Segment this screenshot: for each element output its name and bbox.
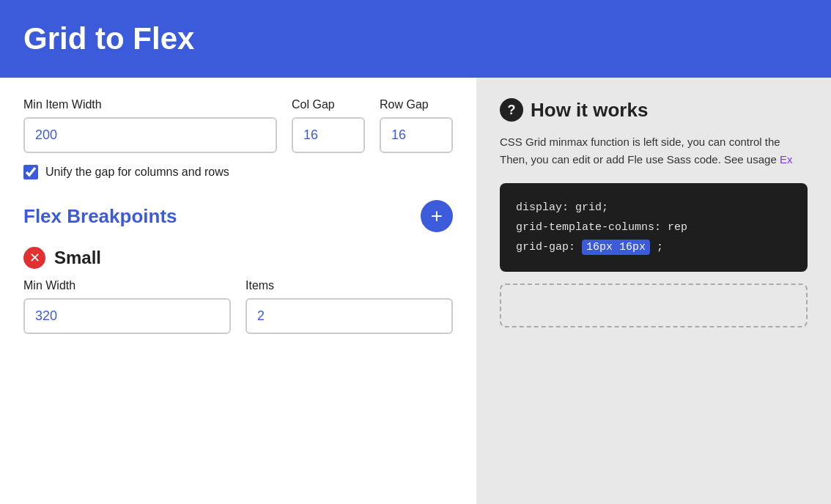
- breakpoint-small: ✕ Small Min Width Items: [23, 247, 453, 334]
- col-gap-group: Col Gap: [292, 98, 365, 153]
- header: Grid to Flex: [0, 0, 831, 78]
- flex-breakpoints-section-header: Flex Breakpoints +: [23, 200, 453, 232]
- how-it-works-text: CSS Grid minmax function is left side, y…: [500, 133, 808, 168]
- breakpoint-small-header: ✕ Small: [23, 247, 453, 269]
- main-layout: Min Item Width Col Gap Row Gap Unify the…: [0, 78, 831, 504]
- small-min-width-input[interactable]: [23, 298, 231, 334]
- breakpoint-small-name: Small: [54, 248, 101, 268]
- checkbox-row: Unify the gap for columns and rows: [23, 165, 453, 179]
- flex-breakpoints-title: Flex Breakpoints: [23, 205, 177, 228]
- small-min-width-label: Min Width: [23, 279, 231, 292]
- min-item-width-label: Min Item Width: [23, 98, 277, 111]
- col-gap-label: Col Gap: [292, 98, 365, 111]
- small-min-width-group: Min Width: [23, 279, 231, 334]
- row-gap-input[interactable]: [380, 117, 453, 153]
- min-item-width-input[interactable]: [23, 117, 277, 153]
- row-gap-group: Row Gap: [380, 98, 453, 153]
- dashed-preview-box: [500, 284, 808, 327]
- small-items-input[interactable]: [245, 298, 453, 334]
- remove-small-button[interactable]: ✕: [23, 247, 45, 269]
- breakpoint-small-fields: Min Width Items: [23, 279, 453, 334]
- question-icon: ?: [500, 98, 523, 122]
- min-item-width-group: Min Item Width: [23, 98, 277, 153]
- row-gap-label: Row Gap: [380, 98, 453, 111]
- code-block: display: grid; grid-template-columns: re…: [500, 183, 808, 272]
- example-link[interactable]: Ex: [780, 153, 793, 166]
- small-items-group: Items: [245, 279, 453, 334]
- code-highlight: 16px 16px: [582, 240, 650, 255]
- col-gap-input[interactable]: [292, 117, 365, 153]
- left-panel: Min Item Width Col Gap Row Gap Unify the…: [0, 78, 476, 504]
- code-line-2: grid-template-columns: rep: [516, 218, 791, 237]
- right-panel: ? How it works CSS Grid minmax function …: [476, 78, 831, 504]
- add-breakpoint-button[interactable]: +: [421, 200, 453, 232]
- code-line-3: grid-gap: 16px 16px ;: [516, 237, 791, 257]
- how-it-works-header: ? How it works: [500, 98, 808, 122]
- small-items-label: Items: [245, 279, 453, 292]
- code-line-1: display: grid;: [516, 198, 791, 218]
- fields-row: Min Item Width Col Gap Row Gap: [23, 98, 453, 153]
- page-title: Grid to Flex: [23, 21, 194, 56]
- checkbox-label: Unify the gap for columns and rows: [45, 166, 229, 179]
- how-it-works-title: How it works: [531, 99, 648, 122]
- unify-gap-checkbox[interactable]: [23, 165, 38, 179]
